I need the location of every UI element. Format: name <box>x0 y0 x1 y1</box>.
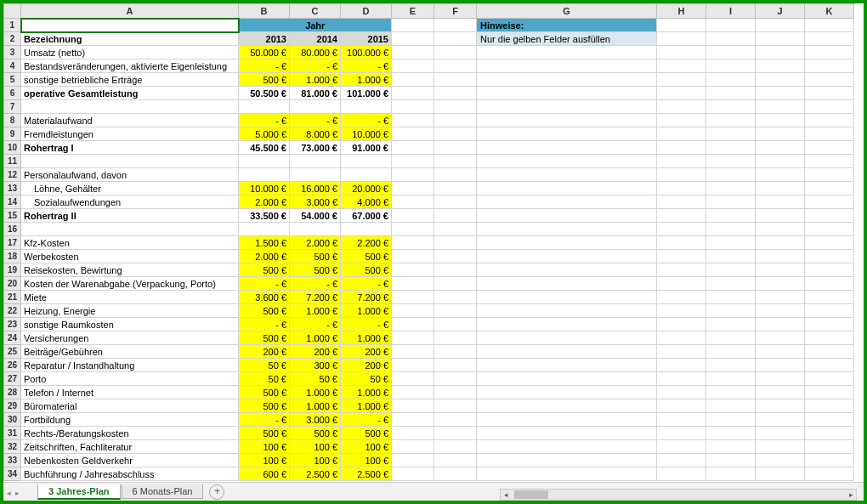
cell[interactable] <box>392 263 434 277</box>
cell[interactable] <box>434 318 477 331</box>
value-cell[interactable]: 300 € <box>290 359 341 372</box>
cell[interactable] <box>756 195 805 209</box>
cell[interactable] <box>657 413 706 427</box>
cell[interactable] <box>756 250 805 263</box>
cell[interactable] <box>657 263 706 277</box>
cell[interactable] <box>805 209 854 223</box>
cell[interactable] <box>477 304 657 318</box>
row-header[interactable]: 31 <box>4 427 21 440</box>
hinweise-header[interactable]: Hinweise: <box>477 19 657 32</box>
value-cell[interactable]: 1.000 € <box>290 386 341 399</box>
cell[interactable] <box>434 100 477 114</box>
cell[interactable] <box>756 87 805 100</box>
cell[interactable] <box>657 182 706 195</box>
select-all-corner[interactable] <box>4 4 21 19</box>
row-header[interactable]: 13 <box>4 182 21 195</box>
value-cell[interactable]: 45.500 € <box>239 141 290 155</box>
cell[interactable] <box>657 236 706 250</box>
value-cell[interactable]: 1.000 € <box>290 331 341 345</box>
cell[interactable] <box>657 440 706 454</box>
row-label[interactable] <box>21 100 239 114</box>
value-cell[interactable]: 50 € <box>239 372 290 386</box>
value-cell[interactable]: 200 € <box>239 345 290 359</box>
value-cell[interactable]: 54.000 € <box>290 209 341 223</box>
cell[interactable] <box>434 386 477 399</box>
cell[interactable] <box>657 100 706 114</box>
cell[interactable] <box>477 236 657 250</box>
cell[interactable] <box>477 250 657 263</box>
row-label[interactable]: Reisekosten, Bewirtung <box>21 263 239 277</box>
row-header[interactable]: 34 <box>4 467 21 481</box>
cell[interactable] <box>706 155 756 168</box>
cell[interactable] <box>706 59 756 73</box>
row-header[interactable]: 8 <box>4 114 21 127</box>
cell[interactable] <box>805 19 854 32</box>
value-cell[interactable]: 2.500 € <box>341 467 392 481</box>
scrollbar-thumb[interactable] <box>514 490 548 499</box>
cell[interactable] <box>477 59 657 73</box>
cell[interactable] <box>434 399 477 413</box>
cell[interactable] <box>434 195 477 209</box>
horizontal-scrollbar[interactable]: ◂ ▸ <box>500 489 857 501</box>
cell[interactable] <box>477 413 657 427</box>
cell[interactable] <box>392 250 434 263</box>
value-cell[interactable]: 1.000 € <box>341 73 392 87</box>
scroll-right-icon[interactable]: ▸ <box>846 490 856 499</box>
tab-nav-arrows[interactable]: ◂ ▸ <box>7 489 22 496</box>
cell[interactable] <box>805 87 854 100</box>
cell[interactable] <box>477 168 657 182</box>
value-cell[interactable] <box>290 155 341 168</box>
value-cell[interactable]: - € <box>239 277 290 291</box>
value-cell[interactable]: 500 € <box>239 386 290 399</box>
cell[interactable] <box>756 454 805 467</box>
cell[interactable] <box>706 250 756 263</box>
value-cell[interactable]: 3.600 € <box>239 291 290 304</box>
column-header-D[interactable]: D <box>341 4 392 19</box>
cell[interactable] <box>756 386 805 399</box>
cell[interactable] <box>706 304 756 318</box>
value-cell[interactable]: 2.000 € <box>290 236 341 250</box>
value-cell[interactable]: 4.000 € <box>341 195 392 209</box>
value-cell[interactable]: 5.000 € <box>239 127 290 141</box>
cell[interactable] <box>657 195 706 209</box>
cell[interactable] <box>805 250 854 263</box>
row-header[interactable]: 25 <box>4 345 21 359</box>
row-header[interactable]: 17 <box>4 236 21 250</box>
cell[interactable] <box>392 168 434 182</box>
cell[interactable] <box>805 141 854 155</box>
cell[interactable] <box>434 182 477 195</box>
row-label[interactable]: Umsatz (netto) <box>21 46 239 59</box>
cell[interactable] <box>392 318 434 331</box>
column-header-F[interactable]: F <box>434 4 477 19</box>
value-cell[interactable]: 1.000 € <box>341 386 392 399</box>
cell[interactable] <box>706 263 756 277</box>
row-label[interactable]: Sozialaufwendungen <box>21 195 239 209</box>
cell[interactable] <box>706 195 756 209</box>
value-cell[interactable]: 50 € <box>341 372 392 386</box>
cell[interactable] <box>392 454 434 467</box>
cell[interactable] <box>805 413 854 427</box>
value-cell[interactable]: - € <box>239 114 290 127</box>
cell[interactable] <box>706 345 756 359</box>
cell[interactable] <box>392 114 434 127</box>
row-header[interactable]: 22 <box>4 304 21 318</box>
cell[interactable] <box>756 182 805 195</box>
cell[interactable] <box>392 236 434 250</box>
cell[interactable] <box>434 413 477 427</box>
cell[interactable] <box>392 304 434 318</box>
row-header[interactable]: 26 <box>4 359 21 372</box>
row-header[interactable]: 19 <box>4 263 21 277</box>
cell[interactable] <box>477 386 657 399</box>
value-cell[interactable]: 100 € <box>341 440 392 454</box>
cell[interactable] <box>657 291 706 304</box>
cell[interactable] <box>657 73 706 87</box>
row-label[interactable]: Rohertrag II <box>21 209 239 223</box>
value-cell[interactable] <box>341 223 392 236</box>
value-cell[interactable]: 1.000 € <box>290 399 341 413</box>
cell[interactable] <box>657 223 706 236</box>
cell[interactable] <box>392 223 434 236</box>
row-header[interactable]: 14 <box>4 195 21 209</box>
value-cell[interactable]: 10.000 € <box>239 182 290 195</box>
row-label[interactable]: Fortbildung <box>21 413 239 427</box>
cell[interactable] <box>805 372 854 386</box>
